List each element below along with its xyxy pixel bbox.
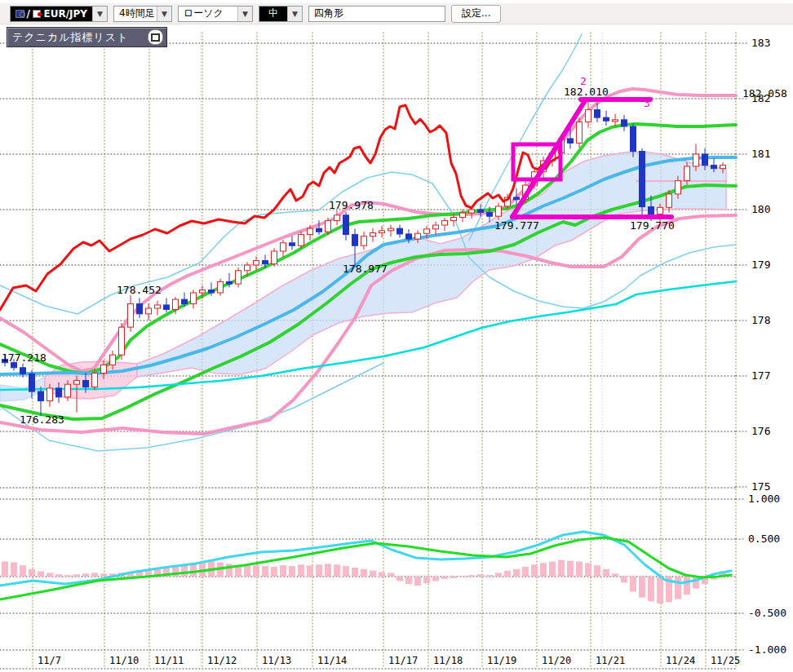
- candle: [334, 215, 340, 221]
- macd-histogram-bar: [244, 564, 250, 577]
- macd-histogram-bar: [450, 577, 457, 578]
- svg-text:11/19: 11/19: [487, 655, 516, 666]
- candle: [568, 139, 574, 143]
- macd-histogram-bar: [361, 569, 367, 577]
- candle: [110, 355, 116, 365]
- candle: [128, 304, 134, 328]
- svg-text:11/20: 11/20: [542, 655, 571, 666]
- candle: [236, 271, 241, 284]
- candle: [406, 234, 412, 239]
- svg-text:11/14: 11/14: [317, 655, 347, 666]
- macd-histogram-bar: [414, 577, 421, 586]
- candle: [649, 207, 654, 214]
- candle: [379, 231, 385, 233]
- candle: [317, 228, 322, 232]
- svg-text:179.978: 179.978: [329, 199, 374, 211]
- candle: [361, 237, 367, 246]
- candle: [56, 388, 62, 397]
- svg-text:175: 175: [751, 480, 770, 493]
- candle: [281, 243, 286, 251]
- macd-histogram-bar: [289, 566, 295, 577]
- macd-histogram-bar: [441, 577, 448, 579]
- candle: [263, 261, 268, 264]
- macd-histogram-bar: [2, 562, 8, 577]
- candle: [218, 281, 224, 293]
- macd-histogram-bar: [495, 573, 502, 577]
- macd-histogram-bar: [91, 573, 98, 577]
- candle: [101, 365, 107, 373]
- macd-histogram-bar: [388, 573, 394, 577]
- macd-histogram-bar: [459, 576, 466, 577]
- candle: [693, 154, 699, 166]
- svg-text:11/17: 11/17: [388, 655, 418, 666]
- candle: [442, 221, 448, 225]
- panel-restore-icon[interactable]: [148, 29, 163, 45]
- macd-histogram-bar: [47, 573, 53, 577]
- technical-indicator-list-title: テクニカル指標リスト: [12, 30, 128, 45]
- svg-text:11/24: 11/24: [666, 655, 695, 666]
- macd-histogram-bar: [531, 564, 538, 577]
- svg-text:178.452: 178.452: [117, 284, 162, 296]
- candle: [38, 391, 44, 401]
- chart-canvas[interactable]: 23177.218176.283178.452179.978178.977179…: [0, 0, 793, 672]
- svg-text:182.058: 182.058: [742, 87, 787, 99]
- macd-histogram-bar: [334, 564, 340, 577]
- candle: [146, 308, 152, 314]
- macd-histogram-bar: [558, 560, 565, 577]
- svg-text:11/21: 11/21: [596, 655, 625, 666]
- macd-histogram-bar: [20, 565, 26, 577]
- macd-histogram-bar: [73, 574, 80, 577]
- svg-text:1.000: 1.000: [748, 493, 780, 505]
- candle: [613, 120, 618, 122]
- candle: [370, 233, 376, 237]
- svg-text:176: 176: [751, 425, 770, 437]
- macd-histogram-bar: [603, 569, 609, 577]
- svg-text:178: 178: [751, 314, 770, 326]
- candle: [469, 210, 475, 213]
- macd-histogram-bar: [316, 564, 322, 577]
- svg-text:181: 181: [751, 148, 770, 160]
- macd-histogram-bar: [648, 577, 654, 601]
- svg-text:177: 177: [751, 369, 770, 382]
- svg-text:11/25: 11/25: [711, 655, 740, 666]
- svg-text:11/10: 11/10: [109, 655, 139, 666]
- candle: [20, 368, 26, 374]
- macd-histogram-bar: [675, 577, 681, 599]
- macd-histogram-bar: [29, 569, 35, 577]
- macd-histogram-bar: [477, 574, 484, 577]
- svg-text:-1.000: -1.000: [748, 643, 786, 656]
- candle: [245, 265, 250, 271]
- candle: [388, 228, 394, 231]
- macd-histogram-bar: [549, 562, 556, 577]
- grid: [0, 33, 736, 669]
- candle: [191, 293, 197, 304]
- candle: [290, 243, 295, 245]
- svg-text:180: 180: [751, 203, 770, 215]
- svg-text:183: 183: [751, 37, 770, 49]
- candle: [631, 126, 636, 152]
- macd-histogram-bar: [307, 565, 313, 577]
- candle: [200, 290, 206, 293]
- candle: [702, 154, 708, 166]
- macd-histogram-bar: [343, 566, 349, 577]
- candle: [65, 384, 71, 397]
- macd-histogram-bar: [432, 577, 439, 581]
- svg-text:-0.500: -0.500: [748, 607, 786, 619]
- macd-histogram-bar: [100, 573, 107, 577]
- candle: [415, 233, 421, 239]
- macd-histogram-bar: [262, 566, 268, 577]
- candle: [487, 212, 493, 216]
- macd-histogram-bar: [576, 562, 583, 577]
- macd-histogram-bar: [298, 564, 304, 577]
- svg-text:0.500: 0.500: [748, 533, 780, 545]
- svg-text:178.977: 178.977: [343, 263, 388, 275]
- macd-histogram-bar: [325, 564, 331, 577]
- candle: [658, 207, 663, 214]
- candle: [83, 380, 89, 387]
- macd-histogram-bar: [82, 573, 89, 577]
- candle: [74, 380, 80, 384]
- svg-text:179.777: 179.777: [494, 219, 539, 232]
- technical-indicator-list-panel[interactable]: テクニカル指標リスト: [7, 27, 167, 47]
- candle: [272, 251, 277, 264]
- macd-histogram-bar: [55, 574, 62, 577]
